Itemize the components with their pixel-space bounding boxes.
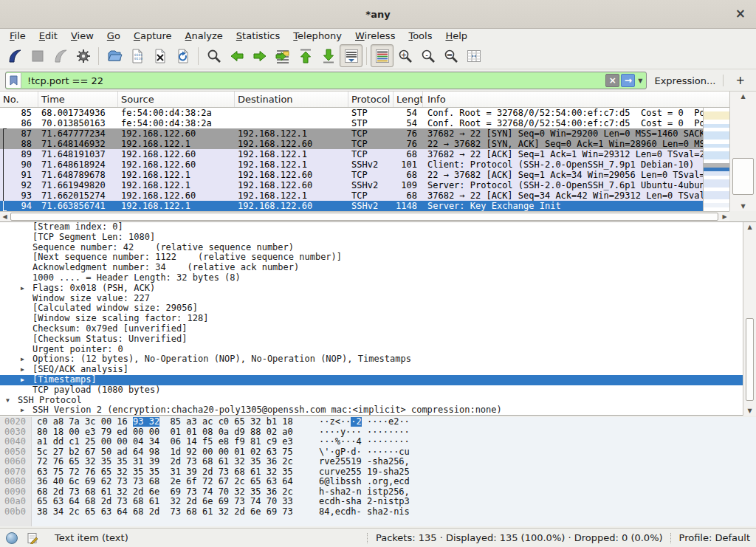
scroll-left-icon[interactable]: ◀ (0, 212, 10, 221)
hex-row-0080[interactable]: 008036 40 6c 69 62 73 73 68 2e 6f 72 67 … (0, 477, 756, 487)
expander-closed-icon[interactable]: ▶ (21, 365, 24, 375)
scroll-up-icon[interactable]: ▲ (743, 222, 756, 232)
scrollbar-thumb[interactable] (732, 158, 754, 195)
hex-row-0060[interactable]: 006072 76 65 32 35 35 31 39 2d 73 68 61 … (0, 457, 756, 467)
expert-info-icon[interactable] (6, 532, 18, 544)
packet-row-90[interactable]: 9071.648618924192.168.122.60192.168.122.… (0, 159, 703, 170)
hex-row-0040[interactable]: 0040a1 dd c1 25 00 00 04 34 06 14 f5 e8 … (0, 437, 756, 447)
packet-list-vertical-scrollbar[interactable]: ▲ ▼ (729, 92, 756, 211)
menu-capture[interactable]: Capture (127, 29, 179, 43)
filter-dropdown-caret[interactable]: ▼ (636, 78, 644, 84)
profile-status[interactable]: Profile: Default (679, 532, 750, 543)
menu-file[interactable]: File (3, 29, 32, 43)
column-header-length[interactable]: Length (394, 92, 423, 107)
hex-row-0020[interactable]: 0020c0 a8 7a 3c 00 16 93 32 85 a3 ac c0 … (0, 417, 756, 427)
capture-options-button[interactable] (72, 44, 94, 67)
detail-line[interactable]: Urgent pointer: 0 (0, 345, 743, 355)
expander-closed-icon[interactable]: ▶ (21, 283, 24, 294)
start-capture-button[interactable] (3, 44, 26, 67)
column-header-protocol[interactable]: Protocol (348, 92, 394, 107)
hex-row-00b0[interactable]: 00b038 34 2c 65 63 64 68 2d 73 68 61 32 … (0, 507, 756, 517)
expression-button[interactable]: Expression... (653, 75, 717, 86)
menu-statistics[interactable]: Statistics (230, 29, 286, 43)
packet-list-horizontal-scrollbar[interactable]: ◀ ▶ (0, 211, 729, 221)
detail-line[interactable]: Sequence number: 42 (relative sequence n… (0, 243, 743, 253)
packet-row-87[interactable]: 8771.647777234192.168.122.60192.168.122.… (0, 128, 703, 139)
display-filter-input[interactable] (26, 75, 605, 87)
detail-line[interactable]: ▶[Timestamps] (0, 375, 743, 385)
display-filter-box[interactable]: × → ▼ (5, 72, 647, 89)
packet-row-91[interactable]: 9171.648789678192.168.122.1192.168.122.6… (0, 170, 703, 180)
capture-comment-button[interactable] (27, 532, 38, 544)
menu-wireless[interactable]: Wireless (348, 29, 402, 43)
expander-closed-icon[interactable]: ▶ (21, 405, 24, 416)
go-first-button[interactable] (294, 44, 317, 67)
expander-open-icon[interactable]: ▼ (6, 396, 10, 406)
scrollbar-thumb[interactable] (746, 318, 754, 401)
packet-row-94[interactable]: 9471.663856741192.168.122.1192.168.122.6… (0, 201, 703, 211)
menu-telephony[interactable]: Telephony (286, 29, 348, 43)
filter-bookmark-button[interactable] (6, 73, 21, 88)
packet-row-92[interactable]: 9271.661949820192.168.122.1192.168.122.6… (0, 180, 703, 190)
column-header-info[interactable]: Info (423, 92, 743, 107)
packet-bytes-pane[interactable]: 0020c0 a8 7a 3c 00 16 93 32 85 a3 ac c0 … (0, 417, 756, 526)
zoom-reset-button[interactable]: = (439, 44, 462, 67)
open-file-button[interactable] (103, 44, 126, 67)
detail-vertical-scrollbar[interactable]: ▲ ▼ (743, 222, 756, 416)
menu-analyze[interactable]: Analyze (179, 29, 230, 43)
hex-row-0070[interactable]: 007063 75 72 76 65 32 35 35 31 39 2d 73 … (0, 467, 756, 478)
detail-line[interactable]: ▶SSH Version 2 (encryption:chacha20-poly… (0, 405, 743, 416)
hex-row-0030[interactable]: 003080 18 00 e3 79 ed 00 00 01 01 08 0a … (0, 427, 756, 438)
menu-help[interactable]: Help (439, 29, 474, 43)
go-forward-button[interactable] (248, 44, 271, 67)
stop-capture-button[interactable] (26, 44, 49, 67)
packet-row-85[interactable]: 8568.001734936fe:54:00:d4:38:2aSTP54Conf… (0, 108, 703, 118)
detail-line[interactable]: ▶Options: (12 bytes), No-Operation (NOP)… (0, 354, 743, 365)
zoom-in-button[interactable]: + (394, 44, 416, 67)
detail-line[interactable]: Acknowledgment number: 34 (relative ack … (0, 263, 743, 273)
detail-line[interactable]: [Calculated window size: 29056] (0, 303, 743, 314)
close-file-button[interactable] (148, 44, 171, 67)
column-header-no[interactable]: No. (0, 92, 38, 107)
zoom-out-button[interactable]: - (416, 44, 439, 67)
colorize-button[interactable] (371, 44, 394, 67)
resize-columns-button[interactable] (462, 44, 485, 67)
detail-line[interactable]: [Window size scaling factor: 128] (0, 314, 743, 324)
expander-closed-icon[interactable]: ▶ (21, 354, 24, 365)
scroll-right-icon[interactable]: ▶ (720, 212, 729, 221)
detail-line[interactable]: [Stream index: 0] (0, 222, 743, 233)
go-last-button[interactable] (317, 44, 340, 67)
find-packet-button[interactable] (202, 44, 225, 67)
filter-clear-button[interactable]: × (605, 74, 619, 87)
menu-edit[interactable]: Edit (32, 29, 64, 43)
column-header-source[interactable]: Source (118, 92, 235, 107)
title-bar[interactable]: *any × (0, 0, 756, 29)
packet-row-93[interactable]: 9371.662015274192.168.122.60192.168.122.… (0, 190, 703, 201)
hex-row-0050[interactable]: 00505c 27 b2 67 50 ad 64 98 1d 92 00 00 … (0, 447, 756, 458)
detail-line[interactable]: Window size value: 227 (0, 294, 743, 304)
scroll-down-icon[interactable]: ▼ (730, 202, 756, 211)
scroll-down-icon[interactable]: ▼ (743, 406, 756, 416)
reload-file-button[interactable] (171, 44, 194, 67)
detail-line[interactable]: [Checksum Status: Unverified] (0, 334, 743, 345)
filter-apply-button[interactable]: → (621, 74, 635, 87)
column-header-time[interactable]: Time (38, 92, 118, 107)
hex-row-0090[interactable]: 009068 2d 73 68 61 32 2d 6e 69 73 74 70 … (0, 487, 756, 498)
save-file-button[interactable]: 01010110 (126, 44, 148, 67)
detail-line[interactable]: ▶[SEQ/ACK analysis] (0, 365, 743, 375)
auto-scroll-button[interactable] (340, 44, 362, 67)
scroll-up-icon[interactable]: ▲ (730, 92, 756, 101)
packet-row-88[interactable]: 8871.648146932192.168.122.1192.168.122.6… (0, 139, 703, 149)
detail-line[interactable]: Checksum: 0x79ed [unverified] (0, 324, 743, 334)
filter-add-button[interactable]: + (729, 74, 751, 87)
restart-capture-button[interactable] (49, 44, 72, 67)
close-icon[interactable]: × (735, 7, 746, 20)
menu-go[interactable]: Go (100, 29, 127, 43)
expander-closed-icon[interactable]: ▶ (21, 375, 24, 385)
menu-view[interactable]: View (64, 29, 100, 43)
menu-tools[interactable]: Tools (402, 29, 439, 43)
packet-row-86[interactable]: 8670.013850163fe:54:00:d4:38:2aSTP54Conf… (0, 118, 703, 128)
detail-line[interactable]: ▶Flags: 0x018 (PSH, ACK) (0, 283, 743, 294)
scrollbar-thumb[interactable] (10, 213, 718, 221)
detail-line[interactable]: TCP payload (1080 bytes) (0, 385, 743, 396)
